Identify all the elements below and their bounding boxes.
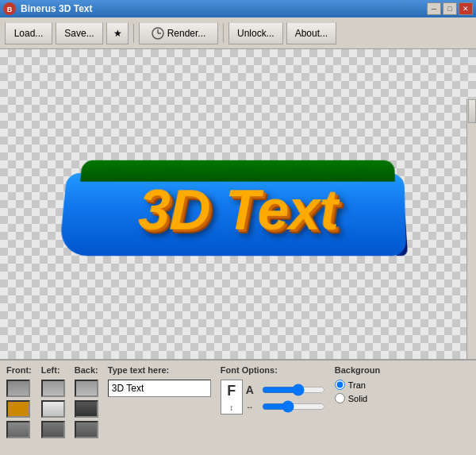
back-swatches <box>75 380 98 438</box>
toolbar: Load... Save... ★ Render... Unlock... Ab… <box>0 17 476 49</box>
slider-row-1: A <box>246 384 325 396</box>
unlock-button[interactable]: Unlock... <box>228 22 283 44</box>
app-title: Binerus 3D Text <box>21 3 92 14</box>
3d-text-container: 3D Text <box>60 154 416 256</box>
spacing-icon: ↔ <box>246 403 259 411</box>
font-option-row: F ↕ A ↔ <box>221 380 325 415</box>
clock-icon <box>152 27 164 40</box>
left-mid-swatch[interactable] <box>41 400 65 418</box>
controls-panel: Front: Left: Back: Type text here: Font … <box>0 359 476 454</box>
back-color-group: Back: <box>75 365 98 438</box>
toolbar-separator-2 <box>223 24 224 43</box>
favorite-button[interactable]: ★ <box>106 22 129 44</box>
slider-row-2: ↔ <box>246 401 325 412</box>
close-button[interactable]: ✕ <box>459 2 473 15</box>
font-sliders: A ↔ <box>246 384 325 412</box>
left-label: Left: <box>41 365 65 375</box>
front-swatches <box>6 380 32 438</box>
font-letter-f: F <box>227 383 236 399</box>
back-bot-swatch[interactable] <box>75 421 98 438</box>
font-resize-icon: ↕ <box>229 403 233 412</box>
about-button[interactable]: About... <box>286 22 336 44</box>
app-icon: B <box>3 2 16 15</box>
radio-transparent-label: Tran <box>348 380 366 390</box>
back-label: Back: <box>75 365 98 375</box>
font-size-slider[interactable] <box>262 384 325 395</box>
text-input[interactable] <box>108 380 211 397</box>
left-swatches <box>41 380 65 438</box>
text-input-label: Type text here: <box>108 365 211 375</box>
font-preview[interactable]: F ↕ <box>221 380 243 415</box>
front-top-swatch[interactable] <box>6 380 30 397</box>
front-color-group: Front: <box>6 365 32 438</box>
font-spacing-slider[interactable] <box>262 401 325 412</box>
radio-solid-label: Solid <box>348 394 367 403</box>
radio-solid: Solid <box>335 393 380 403</box>
font-options-label: Font Options: <box>221 365 325 375</box>
load-button[interactable]: Load... <box>5 22 52 44</box>
toolbar-separator <box>133 24 134 43</box>
back-mid-swatch[interactable] <box>75 400 98 418</box>
save-button[interactable]: Save... <box>56 22 103 44</box>
svg-text:B: B <box>7 6 13 13</box>
scrollbar[interactable] <box>466 98 476 359</box>
radio-solid-input[interactable] <box>335 393 345 403</box>
render-button[interactable]: Render... <box>139 22 218 44</box>
minimize-button[interactable]: ─ <box>427 2 441 15</box>
font-options-group: Font Options: F ↕ A ↔ <box>221 365 325 415</box>
3d-text-display: 3D Text <box>137 177 339 241</box>
bg-options-group: Backgroun Tran Solid <box>335 365 380 403</box>
title-bar: B Binerus 3D Text ─ □ ✕ <box>0 0 476 17</box>
front-label: Front: <box>6 365 32 375</box>
left-top-swatch[interactable] <box>41 380 65 397</box>
left-color-group: Left: <box>41 365 65 438</box>
maximize-button[interactable]: □ <box>443 2 457 15</box>
radio-transparent-input[interactable] <box>335 380 345 390</box>
3d-shape: 3D Text <box>60 154 416 256</box>
window-controls: ─ □ ✕ <box>427 2 473 15</box>
radio-transparent: Tran <box>335 380 380 390</box>
text-input-group: Type text here: <box>108 365 211 397</box>
background-label: Backgroun <box>335 365 380 375</box>
left-bot-swatch[interactable] <box>41 421 65 438</box>
front-mid-swatch[interactable] <box>6 400 30 418</box>
scrollbar-thumb[interactable] <box>468 99 476 123</box>
title-bar-left: B Binerus 3D Text <box>3 2 92 15</box>
font-size-icon: A <box>246 384 259 396</box>
front-bot-swatch[interactable] <box>6 421 30 438</box>
back-top-swatch[interactable] <box>75 380 98 397</box>
canvas-area: 3D Text <box>0 49 476 359</box>
